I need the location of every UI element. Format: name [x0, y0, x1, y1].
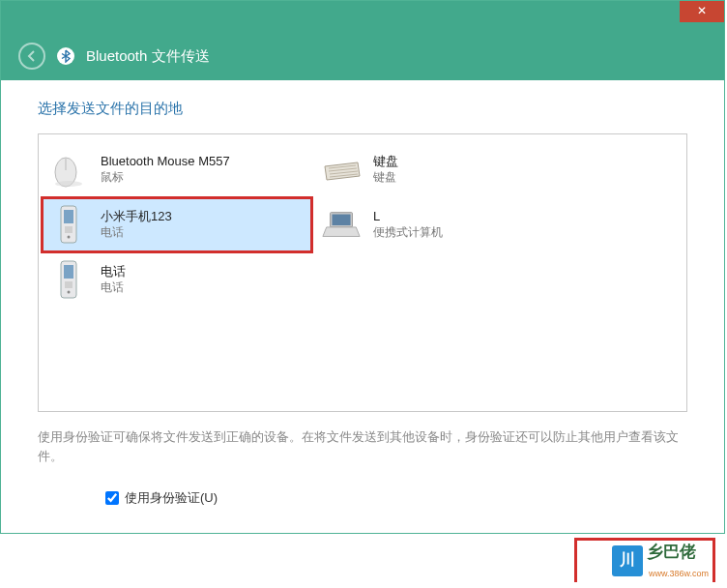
- back-arrow-icon: [25, 49, 39, 63]
- svg-point-15: [68, 290, 71, 293]
- device-type: 便携式计算机: [373, 225, 443, 241]
- device-item-laptop[interactable]: L 便携式计算机: [315, 198, 584, 251]
- device-type: 鼠标: [101, 170, 230, 186]
- hint-text: 使用身份验证可确保将文件发送到正确的设备。在将文件发送到其他设备时，身份验证还可…: [38, 427, 687, 466]
- watermark-url: www.386w.com: [649, 569, 709, 578]
- device-list: Bluetooth Mouse M557 鼠标 键盘 键盘: [38, 133, 687, 412]
- device-name: L: [373, 209, 443, 225]
- auth-checkbox[interactable]: [105, 491, 119, 505]
- close-button[interactable]: ✕: [680, 1, 724, 22]
- keyboard-icon: [321, 150, 362, 191]
- svg-rect-12: [332, 214, 350, 224]
- back-button[interactable]: [18, 43, 45, 70]
- content-area: 选择发送文件的目的地 Bluetooth Mouse M557 鼠标: [1, 80, 724, 516]
- laptop-icon: [321, 205, 362, 246]
- svg-point-2: [55, 181, 82, 187]
- auth-checkbox-row[interactable]: 使用身份验证(U): [105, 489, 687, 507]
- watermark-logo-icon: 川: [612, 545, 643, 576]
- wizard-header: Bluetooth 文件传送: [1, 32, 724, 80]
- watermark-text: 乡巴佬: [647, 543, 696, 561]
- device-name: 电话: [101, 264, 126, 280]
- device-name: 键盘: [373, 154, 398, 170]
- svg-point-9: [68, 235, 71, 238]
- bluetooth-transfer-window: ✕ Bluetooth 文件传送 选择发送文件的目的地: [0, 0, 725, 534]
- device-item-phone-selected[interactable]: 小米手机123 电话: [43, 198, 311, 251]
- device-item-mouse[interactable]: Bluetooth Mouse M557 鼠标: [43, 143, 311, 196]
- header-title: Bluetooth 文件传送: [86, 47, 210, 66]
- svg-rect-8: [64, 210, 73, 223]
- svg-rect-16: [65, 281, 73, 288]
- svg-rect-10: [65, 226, 73, 233]
- titlebar: ✕: [1, 1, 724, 32]
- device-type: 电话: [101, 280, 126, 296]
- svg-rect-14: [64, 265, 73, 279]
- mouse-icon: [48, 150, 89, 191]
- bluetooth-icon: [57, 47, 74, 65]
- phone-icon: [48, 260, 89, 301]
- device-item-keyboard[interactable]: 键盘 键盘: [315, 143, 584, 196]
- device-type: 电话: [101, 225, 172, 241]
- device-item-phone2[interactable]: 电话 电话: [43, 253, 311, 307]
- section-title: 选择发送文件的目的地: [38, 100, 687, 118]
- auth-label: 使用身份验证(U): [125, 489, 218, 507]
- phone-icon: [48, 205, 89, 246]
- device-name: 小米手机123: [101, 209, 172, 225]
- watermark-box: 川 乡巴佬 www.386w.com: [574, 538, 715, 582]
- device-name: Bluetooth Mouse M557: [101, 154, 230, 170]
- device-type: 键盘: [373, 170, 398, 186]
